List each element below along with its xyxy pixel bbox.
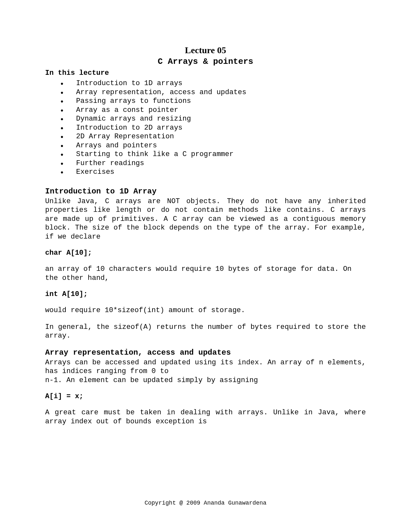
lecture-title: Lecture 05 [45,45,366,55]
list-item: Arrays and pointers [61,141,366,150]
list-item: Passing arrays to functions [61,97,366,106]
copyright-footer: Copyright @ 2009 Ananda Gunawardena [0,500,411,506]
body-paragraph: an array of 10 characters would require … [45,265,366,282]
section-heading-array-rep: Array representation, access and updates [45,348,366,357]
body-paragraph: would require 10*sizeof(int) amount of s… [45,306,366,315]
body-paragraph: Arrays can be accessed and updated using… [45,358,366,385]
list-item: Introduction to 1D arrays [61,79,366,88]
body-paragraph: Unlike Java, C arrays are NOT objects. T… [45,197,366,241]
list-item: Further readings [61,159,366,168]
paragraph-line: Arrays can be accessed and updated using… [45,358,366,376]
code-snippet: A[i] = x; [45,392,366,400]
list-item: Dynamic arrays and resizing [61,114,366,123]
in-this-lecture-label: In this lecture [45,69,366,77]
code-snippet: int A[10]; [45,290,366,298]
list-item: 2D Array Representation [61,132,366,141]
section-heading-intro-1d: Introduction to 1D Array [45,187,366,196]
list-item: Array representation, access and updates [61,88,366,97]
paragraph-line: n-1. An element can be updated simply by… [45,376,258,384]
list-item: Array as a const pointer [61,106,366,115]
lecture-topics-list: Introduction to 1D arrays Array represen… [61,79,366,177]
body-paragraph: A great care must be taken in dealing wi… [45,408,366,426]
code-snippet: char A[10]; [45,249,366,257]
body-paragraph: In general, the sizeof(A) returns the nu… [45,323,366,340]
lecture-subtitle: C Arrays & pointers [45,57,366,66]
list-item: Introduction to 2D arrays [61,123,366,133]
list-item: Exercises [61,168,366,177]
list-item: Starting to think like a C programmer [61,150,366,159]
